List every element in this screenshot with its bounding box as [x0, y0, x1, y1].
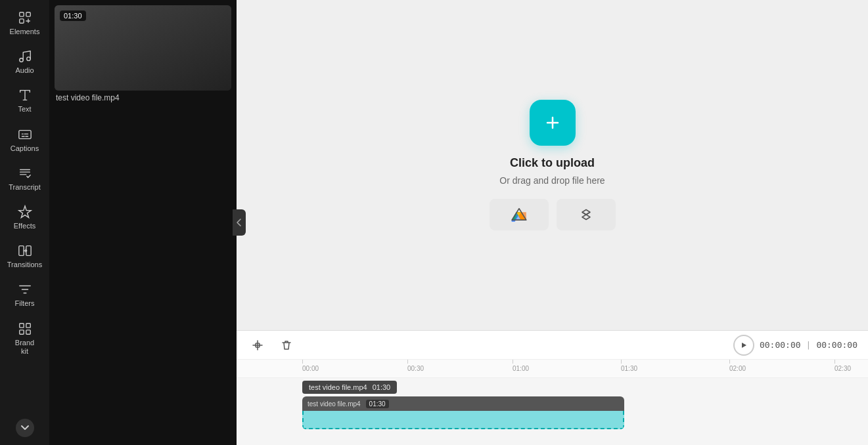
upload-subtitle: Or drag and drop file here: [499, 175, 605, 186]
media-thumbnail: 01:30: [55, 5, 231, 91]
clip-tooltip: test video file.mp4 01:30: [302, 381, 397, 394]
chevron-down-icon: [20, 423, 30, 433]
sidebar-item-label-filters: Filters: [15, 299, 35, 308]
ruler-mark-0230: 02:30: [834, 360, 851, 372]
sidebar: Elements Audio Text Captions Transcript: [0, 0, 49, 445]
ruler-mark-0030: 00:30: [407, 360, 424, 372]
audio-icon: [18, 49, 32, 64]
dropbox-button[interactable]: [557, 199, 616, 230]
svg-rect-10: [19, 329, 23, 333]
panel-collapse-handle[interactable]: [233, 209, 246, 236]
svg-point-4: [26, 57, 30, 61]
clip-tooltip-duration: 01:30: [373, 383, 391, 391]
sidebar-item-label-audio: Audio: [15, 66, 34, 75]
sidebar-item-label-transitions: Transitions: [7, 261, 42, 269]
upload-button[interactable]: [530, 100, 576, 146]
total-time: 00:00:00: [816, 340, 857, 350]
svg-rect-2: [19, 19, 23, 23]
upload-area: Click to upload Or drag and drop file he…: [237, 0, 868, 330]
plus-icon: [542, 112, 563, 133]
clip-filename: test video file.mp4: [308, 400, 361, 408]
sidebar-item-label-elements: Elements: [10, 28, 40, 36]
media-panel: 01:30 test video file.mp4: [49, 0, 237, 445]
svg-rect-11: [26, 329, 30, 333]
sidebar-item-label-text: Text: [18, 105, 31, 114]
captions-icon: [18, 127, 32, 142]
ruler-mark-0200: 02:00: [729, 360, 746, 372]
upload-title: Click to upload: [510, 156, 595, 170]
svg-rect-1: [26, 12, 30, 16]
sidebar-item-label-effects: Effects: [14, 222, 35, 230]
clip-duration: 01:30: [366, 400, 389, 408]
current-time: 00:00:00: [760, 340, 801, 350]
ruler-mark-0130: 01:30: [621, 360, 637, 372]
text-icon: [18, 88, 32, 102]
filters-icon: [18, 282, 32, 297]
media-duration: 01:30: [60, 11, 86, 21]
svg-rect-0: [19, 12, 23, 16]
trim-icon: [252, 339, 263, 351]
sidebar-item-text[interactable]: Text: [3, 83, 47, 119]
svg-rect-6: [18, 246, 23, 256]
media-item[interactable]: 01:30 test video file.mp4: [55, 5, 231, 105]
sidebar-item-label-captions: Captions: [11, 144, 39, 153]
media-filename: test video file.mp4: [55, 91, 231, 105]
sidebar-item-label-transcript: Transcript: [9, 183, 41, 192]
sidebar-collapse-btn[interactable]: [16, 419, 34, 437]
trash-icon: [281, 339, 292, 351]
dropbox-icon: [578, 207, 595, 222]
delete-tool-button[interactable]: [276, 335, 297, 356]
timeline-area: 00:00:00 | 00:00:00 00:00 00:30 01:00 01…: [237, 330, 868, 445]
svg-rect-9: [26, 323, 30, 327]
sidebar-item-transcript[interactable]: Transcript: [3, 161, 47, 197]
timeline-play-button[interactable]: [733, 335, 754, 356]
sidebar-item-transitions[interactable]: Transitions: [3, 238, 47, 274]
sidebar-item-brand[interactable]: Brandkit: [3, 316, 47, 361]
sidebar-item-audio[interactable]: Audio: [3, 44, 47, 80]
timeline-ruler: 00:00 00:30 01:00 01:30 02:00 02:30: [237, 360, 868, 378]
ruler-mark-0000: 00:00: [302, 360, 319, 372]
clip-tooltip-filename: test video file.mp4: [309, 383, 367, 391]
clip-body: [302, 411, 624, 429]
clip-label-bar: test video file.mp4 01:30: [302, 396, 624, 411]
svg-point-3: [19, 58, 23, 62]
brand-icon: [18, 322, 32, 336]
timeline-tracks: test video file.mp4 01:30 test video fil…: [237, 378, 868, 445]
timeline-time-display: 00:00:00 | 00:00:00: [733, 335, 857, 356]
google-drive-button[interactable]: [490, 199, 549, 230]
main-area: Click to upload Or drag and drop file he…: [237, 0, 868, 445]
svg-rect-5: [18, 130, 30, 138]
cloud-upload-buttons: [490, 199, 616, 230]
transcript-icon: [18, 166, 32, 180]
play-icon: [740, 341, 748, 349]
sidebar-item-label-brand: Brandkit: [15, 339, 34, 356]
sidebar-item-filters[interactable]: Filters: [3, 277, 47, 313]
time-separator: |: [806, 340, 811, 350]
elements-icon: [18, 11, 32, 25]
sidebar-item-effects[interactable]: Effects: [3, 200, 47, 236]
ruler-track: 00:00 00:30 01:00 01:30 02:00 02:30: [237, 360, 868, 375]
track-clip[interactable]: test video file.mp4 01:30: [302, 396, 624, 429]
trim-tool-button[interactable]: [247, 335, 268, 356]
ruler-mark-0100: 01:00: [513, 360, 529, 372]
sidebar-item-captions[interactable]: Captions: [3, 122, 47, 158]
svg-rect-8: [19, 323, 23, 327]
google-drive-icon: [511, 207, 528, 222]
collapse-arrow-icon: [236, 218, 242, 227]
transitions-icon: [18, 244, 32, 258]
timeline-toolbar: 00:00:00 | 00:00:00: [237, 331, 868, 360]
sidebar-item-elements[interactable]: Elements: [3, 5, 47, 41]
effects-icon: [18, 205, 32, 219]
